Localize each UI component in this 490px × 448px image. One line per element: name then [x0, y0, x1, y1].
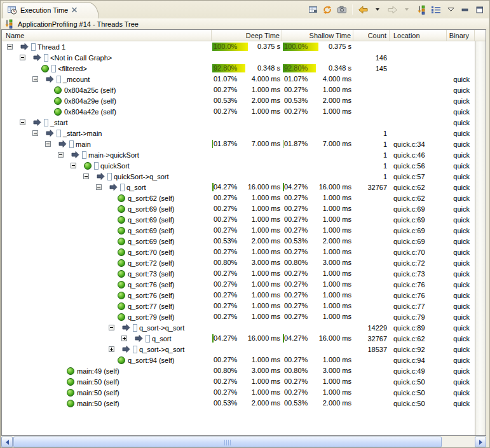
collapse-toggle[interactable]: [96, 184, 102, 190]
tree-row[interactable]: q_sort:94 (self)00.27%1.000 ms00.27%1.00…: [2, 355, 475, 365]
tree-row[interactable]: main->quickSort1quick.c:46quick: [2, 149, 475, 160]
tree-row[interactable]: q_sort:69 (self)00.27%1.000 ms00.27%1.00…: [2, 214, 475, 225]
collapse-toggle[interactable]: [7, 44, 13, 50]
list-view-icon[interactable]: [430, 4, 442, 15]
scroll-left-button[interactable]: [1, 437, 13, 447]
hscroll-thumb[interactable]: [13, 437, 442, 447]
shallow-time-cell: 00.53%2.000 ms: [282, 95, 353, 106]
collapse-toggle[interactable]: [32, 76, 38, 82]
deep-time-cell: [212, 322, 282, 333]
tree-row[interactable]: main:49 (self)00.80%3.000 ms00.80%3.000 …: [2, 365, 475, 376]
tab-execution-time[interactable]: Execution Time: [3, 2, 99, 18]
tree-row[interactable]: q_sort:69 (self)00.53%2.000 ms00.53%2.00…: [2, 236, 475, 247]
tree-row[interactable]: q_sort:70 (self)00.27%1.000 ms00.27%1.00…: [2, 247, 475, 257]
description-bar: ApplicationProfiling #14 - Threads Tree: [1, 18, 489, 29]
deep-percent: 00.27%: [214, 205, 237, 213]
shallow-percent: 00.27%: [284, 269, 308, 278]
tree-row[interactable]: _startquick: [2, 117, 475, 128]
tree-row[interactable]: quickSort->q_sort1quick.c:57quick: [2, 171, 475, 182]
collapse-toggle[interactable]: [58, 152, 64, 158]
view-menu-icon[interactable]: [445, 4, 456, 15]
location-cell: [390, 117, 447, 128]
back-menu-icon[interactable]: [372, 4, 383, 15]
shallow-time-cell: 04.27%16.000 ms: [282, 182, 353, 193]
minimize-icon[interactable]: [459, 4, 471, 15]
tree-row[interactable]: main:50 (self)00.27%1.000 ms00.27%1.000 …: [2, 387, 475, 398]
collapse-toggle[interactable]: [71, 163, 76, 168]
forward-icon[interactable]: [386, 4, 398, 15]
back-icon[interactable]: [357, 4, 369, 15]
tree-row[interactable]: q_sort:72 (self)00.80%3.000 ms00.80%3.00…: [2, 257, 475, 268]
forward-menu-icon[interactable]: [401, 4, 412, 15]
shallow-time-cell: 00.27%1.000 ms: [282, 85, 353, 95]
tree-row[interactable]: q_sort->q_sort14229quick.c:89quick: [2, 322, 475, 333]
tree-row[interactable]: 0x804a42e (self)00.27%1.000 ms00.27%1.00…: [2, 106, 475, 117]
shallow-time-cell: 01.07%4.000 ms: [282, 74, 353, 85]
node-label: main:50 (self): [77, 389, 119, 397]
tree-row[interactable]: 0x804a29e (self)00.53%2.000 ms00.53%2.00…: [2, 95, 475, 106]
method-icon: [84, 162, 92, 170]
vertical-scrollbar-track[interactable]: [475, 41, 486, 435]
tree-row[interactable]: q_sort:76 (self)00.27%1.000 ms00.27%1.00…: [2, 290, 475, 301]
collapse-toggle[interactable]: [83, 173, 89, 179]
horizontal-scrollbar[interactable]: [1, 437, 486, 447]
deep-time-cell: 00.27%1.000 ms: [212, 106, 282, 117]
count-cell: [353, 74, 390, 85]
tree-row[interactable]: main:50 (self)00.27%1.000 ms00.27%1.000 …: [2, 376, 475, 387]
tree-row[interactable]: _start->main1quick: [2, 128, 475, 139]
binary-value: quick: [453, 389, 470, 397]
maximize-icon[interactable]: [474, 4, 486, 15]
name-cell: q_sort:76 (self): [2, 290, 212, 301]
tree-row[interactable]: q_sort:77 (self)00.27%1.000 ms00.27%1.00…: [2, 301, 475, 311]
tree-row[interactable]: main01.87%7.000 ms01.87%7.000 ms1quick.c…: [2, 139, 475, 149]
column-header-shallow-time[interactable]: Shallow Time: [282, 30, 353, 41]
tree-row[interactable]: quickSort1quick.c:56quick: [2, 160, 475, 171]
tree-row[interactable]: 0x804a25c (self)00.27%1.000 ms00.27%1.00…: [2, 85, 475, 95]
location-cell: [390, 52, 447, 63]
binary-cell: quick: [447, 149, 475, 160]
scroll-right-button[interactable]: [475, 437, 486, 447]
tree-row[interactable]: q_sort:69 (self)00.27%1.000 ms00.27%1.00…: [2, 225, 475, 236]
name-cell: _start->main: [2, 128, 212, 139]
collapse-toggle[interactable]: [20, 55, 25, 60]
collapse-toggle[interactable]: [32, 130, 38, 136]
expand-toggle[interactable]: [109, 346, 114, 352]
tree-row[interactable]: q_sort04.27%16.000 ms04.27%16.000 ms3276…: [2, 182, 475, 193]
collapse-toggle[interactable]: [20, 119, 25, 125]
node-label: q_sort:77 (self): [128, 302, 174, 310]
column-header-name[interactable]: Name: [2, 30, 212, 41]
shallow-time-value: 0.348 s: [329, 64, 351, 72]
tree-row[interactable]: q_sort:62 (self)00.27%1.000 ms00.27%1.00…: [2, 193, 475, 203]
close-icon[interactable]: [71, 7, 78, 13]
tree-row[interactable]: q_sort->q_sort18537quick.c:92quick: [2, 344, 475, 355]
threads-tree-icon[interactable]: [416, 4, 427, 15]
column-header-location[interactable]: Location: [390, 30, 447, 41]
tree-indent: [2, 306, 118, 306]
column-header-binary[interactable]: Binary: [447, 30, 475, 41]
tree-row[interactable]: Thread 1100.0%0.375 s100.0%0.375 s: [2, 41, 475, 52]
tree-row[interactable]: <filtered>92.80%0.348 s92.80%0.348 s145: [2, 63, 475, 74]
tree-row[interactable]: q_sort04.27%16.000 ms04.27%16.000 ms3276…: [2, 333, 475, 344]
binary-cell: quick: [447, 214, 475, 225]
shallow-time-cell: 92.80%0.348 s: [282, 63, 353, 74]
deep-time-value: 1.000 ms: [252, 86, 280, 94]
binary-value: quick: [453, 324, 470, 332]
deep-time-cell: 00.27%1.000 ms: [212, 203, 282, 214]
column-header-deep-time[interactable]: Deep Time: [212, 30, 282, 41]
binary-cell: quick: [447, 117, 475, 128]
tree-row[interactable]: q_sort:79 (self)00.27%1.000 ms00.27%1.00…: [2, 311, 475, 322]
refresh-icon[interactable]: [322, 4, 333, 15]
tree-row[interactable]: q_sort:69 (self)00.27%1.000 ms00.27%1.00…: [2, 203, 475, 214]
name-cell: q_sort:62 (self): [2, 193, 212, 203]
table-icon[interactable]: [307, 4, 318, 15]
expand-toggle[interactable]: [121, 336, 127, 341]
collapse-toggle[interactable]: [109, 325, 114, 330]
tree-row[interactable]: q_sort:76 (self)00.27%1.000 ms00.27%1.00…: [2, 279, 475, 290]
tree-row[interactable]: q_sort:73 (self)00.27%1.000 ms00.27%1.00…: [2, 268, 475, 279]
tree-row[interactable]: main:50 (self)00.53%2.000 ms00.53%2.000 …: [2, 398, 475, 409]
tree-row[interactable]: <Not in Call Graph>146: [2, 52, 475, 63]
snapshot-icon[interactable]: [336, 4, 348, 15]
column-header-count[interactable]: Count: [353, 30, 390, 41]
collapse-toggle[interactable]: [45, 141, 51, 147]
tree-row[interactable]: _mcount01.07%4.000 ms01.07%4.000 msquick: [2, 74, 475, 85]
